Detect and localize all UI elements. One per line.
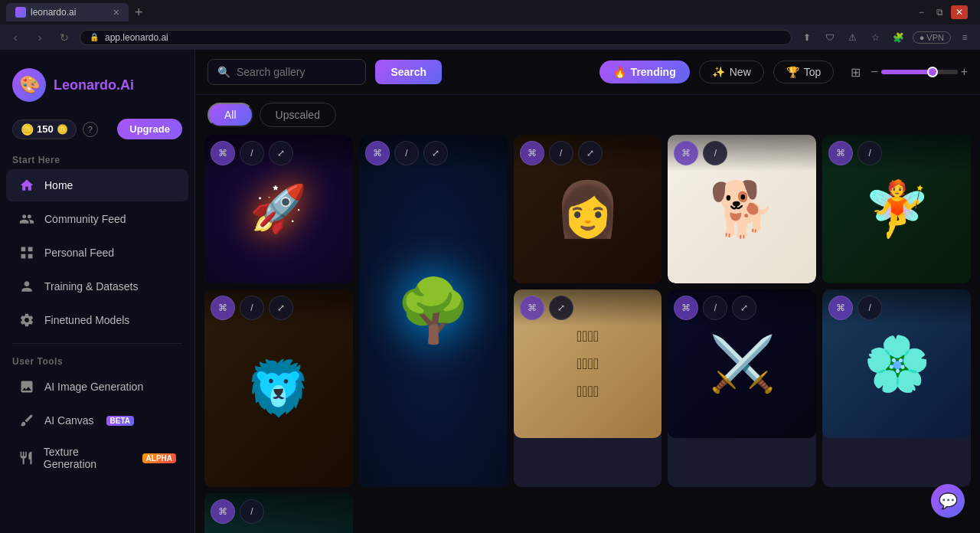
nav-refresh-button[interactable]: ↻ [55, 28, 74, 47]
menu-icon[interactable]: ≡ [956, 28, 974, 47]
generate-similar-btn-10[interactable]: ⌘ [211, 499, 235, 524]
expand-btn-6[interactable]: ⤢ [269, 296, 293, 320]
edit-btn-10[interactable]: / [240, 499, 264, 524]
edit-btn-4[interactable]: / [703, 141, 727, 165]
tab-close-button[interactable]: × [113, 6, 119, 18]
user-tools-label: User Tools [0, 350, 194, 370]
edit-btn-9[interactable]: / [858, 296, 882, 320]
edit-btn-5[interactable]: / [858, 141, 882, 165]
browser-tab[interactable]: leonardo.ai × [6, 3, 129, 21]
address-bar[interactable]: 🔒 app.leonardo.ai [80, 30, 792, 45]
chat-bubble-button[interactable]: 💬 [931, 484, 965, 518]
search-button[interactable]: Search [375, 60, 442, 84]
sidebar-item-personal[interactable]: Personal Feed [6, 237, 188, 269]
expand-btn-1[interactable]: ⤢ [269, 141, 293, 165]
ai-canvas-icon [18, 412, 35, 429]
nav-forward-button[interactable]: › [31, 28, 49, 47]
sidebar-item-ai-canvas[interactable]: AI Canvas BETA [6, 404, 188, 437]
sidebar-item-training[interactable]: Training & Datasets [6, 270, 188, 302]
gallery-item-4[interactable]: ⌘ / [668, 135, 816, 283]
edit-btn-3[interactable]: / [549, 141, 573, 165]
window-minimize[interactable]: − [914, 5, 929, 19]
generate-similar-btn-8[interactable]: ⌘ [674, 296, 698, 320]
finetuned-icon [18, 312, 35, 329]
sidebar-item-label: AI Canvas [44, 414, 94, 427]
gallery-grid: ⌘ / ⤢ ⌘ / ⤢ ⌘ / ⤢ [195, 135, 980, 533]
generate-similar-btn-6[interactable]: ⌘ [211, 296, 235, 320]
warning-icon: ⚠ [844, 28, 862, 47]
generate-similar-btn-5[interactable]: ⌘ [828, 141, 853, 165]
grid-view-button[interactable]: ⊞ [843, 60, 867, 84]
top-button[interactable]: 🏆 Top [773, 60, 835, 83]
item-overlay-2: ⌘ / ⤢ [359, 135, 508, 172]
browser-tabs: leonardo.ai × + − ⧉ ✕ [0, 0, 980, 25]
slider-minus[interactable]: − [871, 65, 877, 79]
trending-button[interactable]: 🔥 Trending [599, 60, 690, 83]
share-icon[interactable]: ⬆ [798, 28, 816, 47]
item-overlay-5: ⌘ / [822, 135, 971, 172]
filter-upscaled-tab[interactable]: Upscaled [260, 103, 336, 127]
generate-similar-btn-3[interactable]: ⌘ [520, 141, 544, 165]
help-icon[interactable]: ? [83, 122, 98, 137]
new-tab-button[interactable]: + [135, 5, 143, 21]
slider-plus[interactable]: + [961, 65, 968, 79]
gallery-item-1[interactable]: ⌘ / ⤢ [204, 135, 353, 283]
generate-similar-btn-7[interactable]: ⌘ [520, 296, 544, 320]
sidebar-logo: 🎨 Leonardo.Ai [0, 62, 194, 114]
beta-badge: BETA [106, 416, 134, 426]
upgrade-button[interactable]: Upgrade [117, 119, 182, 139]
vpn-badge[interactable]: ● VPN [913, 31, 951, 44]
edit-btn-8[interactable]: / [703, 296, 727, 320]
window-close[interactable]: ✕ [951, 5, 968, 19]
expand-btn-7[interactable]: ⤢ [549, 296, 573, 320]
new-label: New [730, 66, 751, 78]
generate-similar-btn-9[interactable]: ⌘ [828, 296, 853, 320]
gallery-item-2[interactable]: ⌘ / ⤢ [359, 135, 508, 487]
bookmark-icon[interactable]: ☆ [867, 28, 885, 47]
sidebar-item-texture[interactable]: Texture Generation ALPHA [6, 438, 188, 478]
sidebar-item-label: Community Feed [44, 213, 126, 225]
gallery-item-7[interactable]: ⌘ ⤢ [514, 289, 662, 487]
chat-icon: 💬 [939, 492, 958, 510]
new-button[interactable]: ✨ New [699, 60, 764, 83]
nav-back-button[interactable]: ‹ [6, 28, 24, 47]
edit-btn-1[interactable]: / [240, 141, 264, 165]
tab-favicon [15, 7, 26, 18]
view-controls: ⊞ − + [843, 60, 968, 84]
size-slider[interactable] [881, 70, 958, 74]
training-icon [18, 278, 35, 295]
sidebar-item-home[interactable]: Home [6, 169, 188, 201]
gallery-item-5[interactable]: ⌘ / [822, 135, 971, 283]
gallery-item-10[interactable]: ⌘ / [204, 493, 353, 533]
item-overlay-4: ⌘ / [668, 135, 816, 172]
credits-unit: 🪙 [57, 124, 68, 135]
generate-similar-btn-1[interactable]: ⌘ [211, 141, 235, 165]
shield-icon: 🛡 [821, 28, 839, 47]
filter-all-tab[interactable]: All [207, 103, 253, 127]
gallery-item-6[interactable]: ⌘ / ⤢ [204, 289, 353, 487]
main-content: 🔍 Search 🔥 Trending ✨ New 🏆 Top [195, 50, 980, 533]
expand-btn-3[interactable]: ⤢ [578, 141, 603, 165]
gallery-item-8[interactable]: ⌘ / ⤢ [668, 289, 816, 487]
sidebar-item-finetuned[interactable]: Finetuned Models [6, 304, 188, 336]
sidebar-item-ai-image[interactable]: AI Image Generation [6, 371, 188, 403]
generate-similar-btn-4[interactable]: ⌘ [674, 141, 698, 165]
sidebar-item-community[interactable]: Community Feed [6, 203, 188, 235]
credits-badge: 🪙 150 🪙 [12, 119, 77, 139]
search-input[interactable] [237, 66, 356, 78]
gallery-item-3[interactable]: ⌘ / ⤢ [514, 135, 662, 283]
gallery-item-9[interactable]: ⌘ / [822, 289, 971, 487]
window-maximize[interactable]: ⧉ [932, 5, 948, 19]
credits-value: 150 [37, 123, 54, 135]
ai-image-icon [18, 378, 35, 395]
tab-title: leonardo.ai [31, 7, 76, 18]
sidebar-item-label: Home [44, 179, 73, 191]
extension-icon[interactable]: 🧩 [890, 28, 908, 47]
edit-btn-6[interactable]: / [240, 296, 264, 320]
generate-similar-btn-2[interactable]: ⌘ [365, 141, 390, 165]
filter-tabs: All Upscaled [195, 95, 980, 135]
expand-btn-8[interactable]: ⤢ [732, 296, 756, 320]
edit-btn-2[interactable]: / [394, 141, 419, 165]
expand-btn-2[interactable]: ⤢ [423, 141, 448, 165]
browser-chrome: leonardo.ai × + − ⧉ ✕ ‹ › ↻ 🔒 app.leonar… [0, 0, 980, 50]
